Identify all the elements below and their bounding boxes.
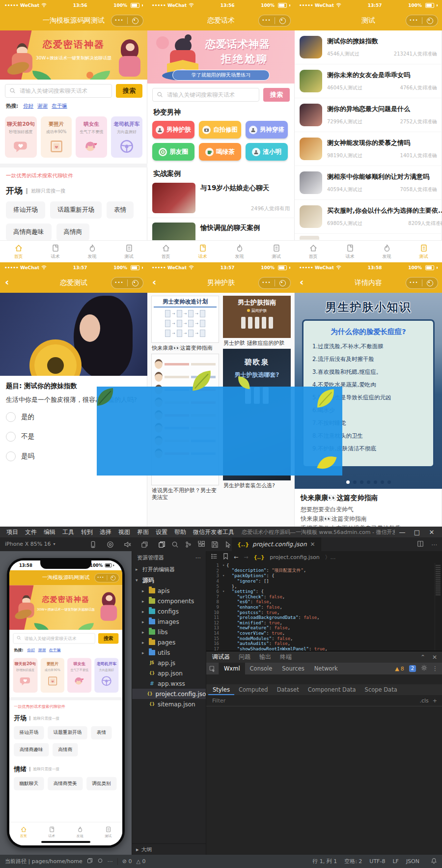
current-path-label[interactable]: 当前路径 | pages/home/home: [5, 858, 83, 865]
style-panel-tab[interactable]: Scope Data: [360, 684, 402, 695]
open-editors-section[interactable]: ▸打开的编辑器: [132, 564, 206, 575]
search-input-box[interactable]: [13, 633, 95, 644]
explorer-more-icon[interactable]: ⋯: [195, 555, 201, 561]
tab-item[interactable]: 话术: [37, 241, 74, 262]
close-miniprogram-icon[interactable]: [422, 18, 438, 24]
close-miniprogram-icon[interactable]: [128, 18, 143, 24]
pointer-icon[interactable]: [224, 541, 232, 548]
record-icon[interactable]: [97, 858, 103, 865]
nav-back-icon[interactable]: ←: [234, 554, 238, 560]
more-menu-icon[interactable]: •••: [259, 15, 275, 26]
save-icon[interactable]: [211, 541, 219, 548]
style-panel-tab[interactable]: Dataset: [273, 684, 304, 695]
tab-item[interactable]: 首页: [295, 241, 332, 262]
home-indicator[interactable]: [41, 841, 90, 843]
split-editor-icon[interactable]: [417, 540, 424, 549]
tab-item[interactable]: 话术: [38, 822, 66, 842]
code-line[interactable]: 14 "coverView": true,: [206, 631, 442, 636]
status-item[interactable]: JSON: [406, 858, 419, 865]
carousel-dot[interactable]: [387, 480, 391, 484]
carousel-dot[interactable]: [381, 480, 384, 484]
menu-item[interactable]: 编辑: [40, 528, 59, 536]
style-panel-tab[interactable]: Computed: [234, 684, 273, 695]
error-count[interactable]: ⊘ 0: [122, 858, 132, 865]
menu-item[interactable]: 项目: [3, 528, 22, 536]
code-line[interactable]: 4 "ignore": []: [206, 579, 442, 584]
tab-item[interactable]: 话术: [184, 241, 221, 262]
filter-input[interactable]: [211, 697, 415, 704]
tag-button[interactable]: 调侃类别: [86, 777, 116, 790]
back-icon[interactable]: ‹: [300, 276, 304, 288]
test-list-item[interactable]: 买衣服时,你会以什么作为选择的主要依... 69805人测试过8209人觉得准确: [295, 200, 442, 234]
tab-item[interactable]: 测试: [110, 241, 147, 262]
tag-button[interactable]: 话题重新开场: [48, 726, 87, 739]
tag-button[interactable]: 搭讪开场: [6, 201, 45, 219]
search-button[interactable]: 搜索: [263, 88, 290, 102]
device-selector[interactable]: iPhone X 85% 16▾: [5, 541, 55, 547]
tree-item[interactable]: ▸ app.wxss: [132, 678, 206, 689]
mute-icon[interactable]: [124, 541, 131, 548]
more-menu-icon[interactable]: •••: [111, 15, 127, 26]
source-control-icon[interactable]: [185, 541, 192, 548]
float-window-icon[interactable]: [141, 541, 148, 548]
outline-list-icon[interactable]: [211, 553, 218, 561]
debugger-tab[interactable]: 调试器: [212, 653, 230, 661]
more-menu-icon[interactable]: •••: [406, 15, 422, 26]
debugger-tab[interactable]: 终端: [280, 653, 292, 661]
compile-icon[interactable]: [107, 541, 114, 548]
gallery-image-skincare-guide[interactable]: 男士护肤指南 晨间护肤: [223, 296, 291, 338]
hot-keyword-link[interactable]: 谢谢: [38, 647, 46, 652]
radio-icon[interactable]: [6, 432, 16, 442]
wechat-capsule[interactable]: •••: [258, 15, 291, 27]
collapse-panel-icon[interactable]: ⌃: [420, 654, 425, 661]
minimize-button[interactable]: —: [395, 529, 410, 536]
gallery-caption[interactable]: 快来康康👀这篇变帅指南: [151, 343, 219, 354]
radio-icon[interactable]: [6, 412, 16, 422]
feature-button[interactable]: 朋友圈: [152, 143, 194, 161]
close-miniprogram-icon[interactable]: [275, 280, 291, 286]
extensions-icon[interactable]: [198, 541, 205, 548]
menu-item[interactable]: 帮助: [171, 528, 190, 536]
tag-button[interactable]: 幽默聊天: [14, 777, 44, 790]
notification-bell-icon[interactable]: [431, 858, 437, 866]
search-input-box[interactable]: [5, 84, 112, 98]
test-list-item[interactable]: 测试你的撩妹指数 4546人测试过213241人觉得准确: [295, 30, 442, 64]
close-miniprogram-icon[interactable]: [107, 575, 119, 580]
menu-item[interactable]: 视图: [115, 528, 134, 536]
hot-keyword-link[interactable]: 谢谢: [37, 103, 48, 109]
code-line[interactable]: 13 "newFeature": false,: [206, 625, 442, 631]
menu-item[interactable]: 文件: [22, 528, 40, 536]
search-icon[interactable]: [171, 541, 179, 548]
tab-item[interactable]: 发现: [221, 241, 258, 262]
feature-button[interactable]: 自拍修图: [199, 121, 241, 139]
tag-button[interactable]: 高情商: [53, 743, 78, 756]
settings-gear-icon[interactable]: [421, 665, 427, 672]
hero-banner[interactable]: 恋爱密语神器 30W+撩妹话术一键复制解决尬聊话题: [0, 30, 147, 80]
tab-item[interactable]: 测试: [258, 241, 295, 262]
menu-item[interactable]: 转到: [78, 528, 96, 536]
category-card[interactable]: 哄女生 生气了不要慌: [76, 116, 107, 158]
nav-forward-icon[interactable]: →: [244, 554, 248, 560]
tag-button[interactable]: 高情商: [56, 224, 90, 241]
hot-keyword-link[interactable]: 你好: [27, 647, 35, 652]
tree-item[interactable]: ▸ apis: [132, 586, 206, 596]
tree-item[interactable]: ▸ components: [132, 596, 206, 606]
close-miniprogram-icon[interactable]: [275, 18, 291, 24]
fold-icon[interactable]: ▾: [221, 563, 226, 567]
code-line[interactable]: 5 },: [206, 584, 442, 589]
more-menu-icon[interactable]: •••: [259, 278, 275, 288]
carousel-dot[interactable]: [353, 480, 357, 484]
status-item[interactable]: LF: [392, 858, 398, 865]
tree-item[interactable]: ▸ sitemap.json: [132, 699, 206, 709]
tree-item[interactable]: ▸ configs: [132, 606, 206, 616]
category-card[interactable]: 老司机开车 方向盘握好: [111, 116, 142, 158]
carousel-dot[interactable]: [374, 480, 377, 484]
gallery-image-makeover-plan[interactable]: 男士变帅改造计划 →→→ →→→ →→→: [151, 296, 219, 343]
device-preview-icon[interactable]: [89, 541, 97, 548]
menu-item[interactable]: 微信开发者工具: [190, 528, 238, 536]
tag-button[interactable]: 表情: [107, 201, 134, 219]
test-list-item[interactable]: 测女神能发现你的爱慕之情吗 98190人测试过1401人觉得准确: [295, 132, 442, 166]
hot-keyword-link[interactable]: 你好: [23, 103, 33, 109]
category-card[interactable]: 聊天前20句 秒增加好感度: [5, 116, 37, 158]
category-card[interactable]: 要照片 成功率90%: [40, 658, 64, 693]
